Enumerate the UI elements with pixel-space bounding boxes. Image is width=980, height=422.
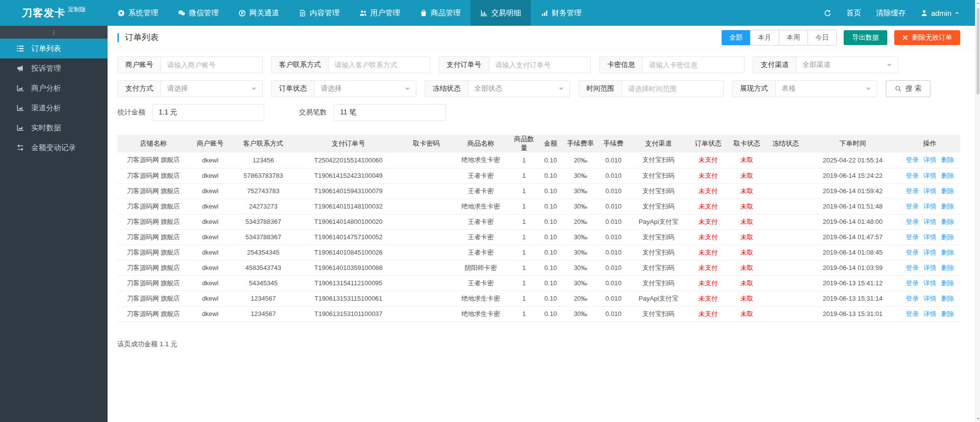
login-link[interactable]: 登录 (906, 310, 919, 317)
user-menu[interactable]: admin (913, 0, 967, 26)
cell-customer-contact: 57863783783 (231, 168, 295, 183)
brand-logo[interactable]: 刀客发卡 定制版 (0, 0, 108, 26)
filter-row-2: 支付方式 请选择 订单状态 请选择 (117, 80, 960, 97)
column-header: 操作 (900, 135, 960, 153)
range-filter-button[interactable]: 本月 (750, 30, 779, 45)
login-link[interactable]: 登录 (906, 264, 919, 271)
login-link[interactable]: 登录 (906, 187, 919, 195)
sidebar-item[interactable]: 实时数据 (0, 118, 108, 138)
stat-value-input[interactable] (334, 104, 446, 121)
nav-item-label: 系统管理 (128, 8, 158, 18)
delete-link[interactable]: 删除 (941, 172, 954, 179)
delete-link[interactable]: 删除 (941, 310, 954, 317)
detail-link[interactable]: 详情 (923, 233, 936, 241)
detail-link[interactable]: 详情 (923, 264, 936, 271)
detail-link[interactable]: 详情 (923, 279, 936, 287)
chevron-down-icon (405, 88, 410, 93)
filter-select[interactable]: 全部状态 (468, 80, 570, 97)
cell-customer-contact: 1234567 (231, 306, 295, 321)
cell-trade-no: T190614015148100032 (295, 199, 402, 214)
filter-input[interactable] (161, 56, 263, 73)
delete-link[interactable]: 删除 (941, 249, 954, 256)
home-link[interactable]: 首页 (839, 0, 868, 26)
cell-fee-rate: 30‰ (563, 229, 598, 245)
nav-item[interactable]: 财务管理 (531, 0, 591, 26)
detail-link[interactable]: 详情 (923, 187, 936, 195)
cell-pay-channel: 支付宝扫码 (629, 245, 688, 260)
page-scrollbar[interactable] (975, 0, 980, 422)
login-link[interactable]: 登录 (906, 172, 919, 179)
cell-trade-no: T190613153101100037 (295, 306, 402, 321)
scrollbar-thumb[interactable] (977, 8, 980, 95)
nav-item[interactable]: 内容管理 (289, 0, 349, 26)
range-filter-button[interactable]: 今日 (807, 30, 836, 45)
cell-freeze-status (765, 229, 806, 245)
login-link[interactable]: 登录 (906, 295, 919, 302)
login-link[interactable]: 登录 (906, 218, 919, 225)
sidebar-item[interactable]: 投诉管理 (0, 58, 108, 78)
detail-link[interactable]: 详情 (923, 218, 936, 225)
nav-item[interactable]: 微信管理 (168, 0, 229, 26)
filter-group: 客户联系方式 (271, 56, 430, 73)
refresh-button[interactable] (816, 0, 839, 26)
cell-merchant-account: dkewl (189, 199, 231, 214)
login-link[interactable]: 登录 (906, 249, 919, 256)
login-link[interactable]: 登录 (906, 156, 919, 163)
stat-label: 交易笔数 (299, 108, 327, 117)
sidebar-item[interactable]: 渠道分析 (0, 98, 108, 118)
cell-pay-channel: 支付宝扫码 (629, 229, 688, 245)
sidebar-collapse-toggle[interactable] (0, 26, 108, 39)
delete-link[interactable]: 删除 (941, 264, 954, 271)
delete-link[interactable]: 删除 (941, 187, 954, 195)
delete-link[interactable]: 删除 (941, 203, 954, 210)
filter-input[interactable] (622, 80, 724, 97)
cell-created-time: 2019-06-13 15:41:12 (806, 275, 900, 291)
nav-item[interactable]: 网关通道 (229, 0, 289, 26)
user-icon (921, 9, 928, 17)
filter-select[interactable]: 表格 (775, 80, 877, 97)
detail-link[interactable]: 详情 (923, 310, 936, 317)
scroll-up-arrow-icon[interactable] (977, 2, 980, 4)
nav-item[interactable]: 交易明细 (470, 0, 531, 26)
filter-select[interactable]: 全部渠道 (796, 56, 898, 73)
delete-link[interactable]: 删除 (941, 279, 954, 287)
login-link[interactable]: 登录 (906, 279, 919, 287)
delete-link[interactable]: 删除 (941, 218, 954, 225)
cell-card-password (402, 214, 451, 229)
cell-fee-rate: 30‰ (563, 199, 598, 214)
navbar-right: 首页 清除缓存 admin (816, 0, 980, 26)
delete-link[interactable]: 删除 (941, 295, 954, 302)
stat-value-input[interactable] (152, 104, 264, 121)
detail-link[interactable]: 详情 (923, 295, 936, 302)
filter-select[interactable]: 请选择 (314, 80, 416, 97)
clear-cache-link[interactable]: 清除缓存 (868, 0, 913, 26)
search-button[interactable]: 搜 索 (886, 80, 930, 97)
filter-select[interactable]: 请选择 (161, 80, 263, 97)
login-link[interactable]: 登录 (906, 203, 919, 210)
sidebar-item[interactable]: 订单列表 (0, 39, 108, 58)
delete-link[interactable]: 删除 (941, 156, 954, 163)
cell-product-name: 王者卡密 (451, 245, 510, 260)
detail-link[interactable]: 详情 (923, 203, 936, 210)
nav-item[interactable]: 商品管理 (410, 0, 470, 26)
range-filter-button[interactable]: 本周 (779, 30, 807, 45)
delete-invalid-orders-button[interactable]: 删除无效订单 (894, 30, 960, 45)
cell-quantity: 1 (510, 153, 538, 168)
sidebar-item[interactable]: 金额变动记录 (0, 138, 108, 158)
sidebar-item[interactable]: 商户分析 (0, 78, 108, 98)
detail-link[interactable]: 详情 (923, 156, 936, 163)
cell-trade-no: T250422015514100060 (295, 153, 402, 168)
detail-link[interactable]: 详情 (923, 172, 936, 179)
detail-link[interactable]: 详情 (923, 249, 936, 256)
nav-item[interactable]: 系统管理 (108, 0, 168, 26)
filter-input[interactable] (642, 56, 745, 73)
nav-item[interactable]: 用户管理 (349, 0, 410, 26)
scroll-down-arrow-icon[interactable] (977, 418, 980, 420)
login-link[interactable]: 登录 (906, 233, 919, 241)
filter-input[interactable] (328, 56, 430, 73)
export-button[interactable]: 导出数据 (844, 30, 887, 45)
range-filter-button[interactable]: 全部 (722, 30, 750, 45)
filter-input[interactable] (489, 56, 591, 73)
delete-link[interactable]: 删除 (941, 233, 954, 241)
stat-group: 统计金额 (117, 104, 264, 121)
